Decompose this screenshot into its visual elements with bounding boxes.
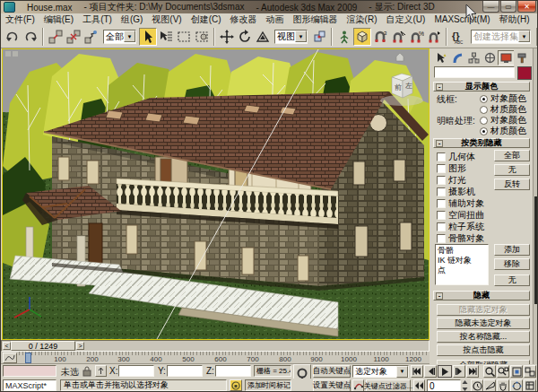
checkbox[interactable] bbox=[437, 234, 446, 243]
rollout-hide-by-category[interactable]: - 按类别隐藏 bbox=[433, 138, 530, 148]
track-bar[interactable]: 0 100 200 300 400 500 600 700 800 900 10… bbox=[1, 352, 430, 364]
rollout-collapse-icon[interactable]: - bbox=[436, 83, 443, 91]
maximize-viewport-toggle[interactable] bbox=[524, 379, 536, 392]
radio[interactable] bbox=[480, 106, 488, 114]
y-coordinate-field[interactable] bbox=[167, 365, 203, 377]
undo-button[interactable] bbox=[4, 28, 22, 46]
list-none-button[interactable]: 无 bbox=[494, 274, 530, 286]
checkbox[interactable] bbox=[437, 176, 446, 185]
select-and-rotate-button[interactable] bbox=[236, 28, 254, 46]
checkbox[interactable] bbox=[437, 187, 446, 196]
category-geometry[interactable]: 几何体 bbox=[437, 151, 475, 163]
use-pivot-center-button[interactable] bbox=[310, 28, 328, 46]
checkbox[interactable] bbox=[437, 164, 446, 173]
viewport-scene[interactable]: 前 左 bbox=[3, 49, 429, 339]
hide-by-hit-button[interactable]: 按点击隐藏 bbox=[437, 344, 530, 356]
percent-snap-button[interactable]: % bbox=[407, 28, 425, 46]
list-add-button[interactable]: 添加 bbox=[494, 244, 530, 256]
time-slider-next-button[interactable]: > bbox=[76, 342, 84, 350]
hide-by-name-button[interactable]: 按名称隐藏... bbox=[437, 331, 530, 343]
tab-modify[interactable] bbox=[449, 50, 466, 65]
select-object-button[interactable] bbox=[139, 28, 157, 46]
category-lights[interactable]: 灯光 bbox=[437, 174, 466, 187]
tab-utilities[interactable] bbox=[514, 50, 531, 65]
key-mode-toggle[interactable] bbox=[413, 379, 425, 392]
close-button[interactable]: ✕ bbox=[517, 1, 536, 13]
angle-snap-button[interactable] bbox=[389, 28, 407, 46]
z-coordinate-field[interactable] bbox=[215, 365, 251, 377]
track-bar-ruler[interactable]: 0 100 200 300 400 500 600 700 800 900 10… bbox=[19, 352, 429, 364]
shaded-material-color-option[interactable]: 材质颜色 bbox=[480, 125, 526, 137]
time-slider-prev-button[interactable]: < bbox=[3, 342, 11, 350]
mini-curve-editor-button[interactable] bbox=[3, 353, 17, 363]
zoom-extents-button[interactable] bbox=[510, 365, 523, 378]
select-by-name-button[interactable] bbox=[157, 28, 175, 46]
menu-file[interactable]: 文件(F) bbox=[1, 13, 39, 26]
rectangular-selection-region-button[interactable] bbox=[175, 28, 193, 46]
selection-lock-toggle[interactable] bbox=[230, 379, 242, 391]
current-frame-field[interactable] bbox=[427, 379, 461, 392]
panel-scrollbar-thumb[interactable] bbox=[534, 196, 538, 304]
time-configuration-button[interactable] bbox=[471, 379, 483, 392]
named-selection-sets-dropdown[interactable]: 创建选择集 ▼ bbox=[471, 30, 531, 44]
tab-display[interactable] bbox=[498, 50, 515, 65]
tab-hierarchy[interactable] bbox=[465, 50, 482, 65]
radio-selected[interactable] bbox=[480, 127, 488, 135]
radio-selected[interactable] bbox=[480, 95, 488, 103]
object-color-swatch[interactable] bbox=[517, 66, 532, 80]
rollout-collapse-icon[interactable]: - bbox=[436, 140, 443, 147]
rollout-hide[interactable]: - 隐藏 bbox=[433, 291, 530, 301]
checkbox[interactable] bbox=[437, 199, 446, 208]
hide-unselected-button[interactable]: 隐藏未选定对象 bbox=[437, 318, 530, 329]
snaps-toggle-button[interactable] bbox=[353, 28, 371, 46]
tab-motion[interactable] bbox=[482, 50, 499, 65]
new-key-default-in-out-tangents-button[interactable] bbox=[352, 379, 364, 392]
category-list-box[interactable]: 骨骼 IK 链对象 点 bbox=[435, 244, 489, 285]
zoom-button[interactable] bbox=[483, 365, 496, 378]
menu-tools[interactable]: 工具(T) bbox=[78, 13, 117, 26]
category-helpers[interactable]: 辅助对象 bbox=[437, 197, 484, 210]
tab-create[interactable] bbox=[433, 50, 450, 65]
menu-modifiers[interactable]: 修改器 bbox=[226, 13, 262, 26]
spinner-snap-button[interactable] bbox=[425, 28, 443, 46]
checkbox[interactable] bbox=[437, 152, 446, 161]
window-crossing-button[interactable] bbox=[193, 28, 211, 46]
list-item-bones[interactable]: 骨骼 bbox=[438, 246, 486, 256]
menu-rendering[interactable]: 渲染(R) bbox=[343, 13, 382, 26]
title-bar[interactable]: House.max - 项目文件夹: D:\My Documents\3dsma… bbox=[1, 1, 538, 13]
category-none-button[interactable]: 无 bbox=[494, 164, 530, 176]
x-coordinate-field[interactable] bbox=[118, 365, 154, 377]
zoom-extents-all-button[interactable] bbox=[524, 365, 536, 378]
list-item-ik-chain[interactable]: IK 链对象 bbox=[438, 256, 486, 266]
menu-views[interactable]: 视图(V) bbox=[147, 13, 186, 26]
maximize-button[interactable]: ▭ bbox=[500, 1, 516, 13]
panel-scrollbar[interactable] bbox=[533, 48, 538, 364]
menu-create[interactable]: 创建(C) bbox=[187, 13, 226, 26]
key-selection-dropdown[interactable]: 选定对象 ▼ bbox=[352, 365, 409, 378]
arc-rotate-button[interactable] bbox=[510, 379, 523, 392]
menu-edit[interactable]: 编辑(E) bbox=[39, 13, 78, 26]
time-slider-handle[interactable]: 0 / 1249 bbox=[11, 341, 75, 351]
pan-button[interactable] bbox=[497, 379, 509, 392]
category-shapes[interactable]: 图形 bbox=[437, 162, 466, 175]
list-remove-button[interactable]: 移除 bbox=[494, 258, 530, 270]
maxscript-mini-listener[interactable]: MAXScript* bbox=[3, 379, 56, 391]
rollout-display-color[interactable]: - 显示颜色 bbox=[433, 82, 530, 91]
menu-group[interactable]: 组(G) bbox=[117, 13, 147, 26]
select-and-link-button[interactable] bbox=[47, 28, 65, 46]
category-space-warps[interactable]: 空间扭曲 bbox=[437, 209, 484, 222]
redo-button[interactable] bbox=[22, 28, 39, 46]
viewport-perspective[interactable]: 前 左 bbox=[2, 48, 430, 340]
reference-coordinate-dropdown[interactable]: 视图 ▼ bbox=[274, 30, 308, 44]
add-time-tag[interactable]: 添加时间标记 bbox=[245, 379, 291, 391]
menu-animation[interactable]: 动画 bbox=[262, 13, 289, 26]
category-cameras[interactable]: 摄影机 bbox=[437, 186, 475, 198]
radio[interactable] bbox=[480, 117, 488, 125]
key-filters-button[interactable]: 关键点过滤器... bbox=[366, 379, 411, 392]
list-item-point[interactable]: 点 bbox=[438, 266, 486, 275]
menu-customize[interactable]: 自定义(U) bbox=[381, 13, 430, 26]
macro-recorder-box[interactable] bbox=[3, 365, 56, 377]
snap-3d-button[interactable]: 3 bbox=[371, 28, 389, 46]
go-to-start-button[interactable] bbox=[411, 365, 423, 378]
edit-named-selection-sets-button[interactable]: {}ABC bbox=[450, 28, 468, 46]
